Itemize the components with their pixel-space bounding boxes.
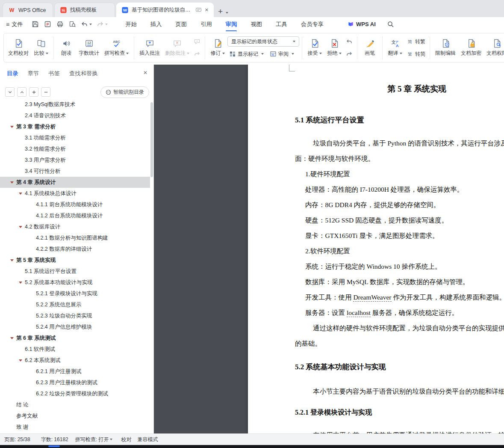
toc-item[interactable]: 第 5 章 系统实现: [0, 255, 150, 266]
toc-item[interactable]: 结 论: [0, 399, 150, 410]
document-page[interactable]: 第 5 章 系统实现 5.1 系统运行平台设置 垃圾自动分类平台，基于 Pyth…: [248, 65, 504, 433]
save-button[interactable]: [29, 19, 41, 30]
next-comment-button[interactable]: [192, 49, 202, 59]
toc-item[interactable]: 4.1.2 后台系统功能模块设计: [0, 210, 150, 221]
menu-insert[interactable]: 插入: [150, 18, 163, 31]
show-marks-button[interactable]: 显示标记: [227, 49, 265, 59]
collapse-arrow-icon[interactable]: [19, 226, 22, 228]
next-revision-button[interactable]: [344, 49, 354, 59]
sidebar-scrollbar[interactable]: [150, 102, 153, 177]
sidebar-tab-toc[interactable]: 目录: [7, 70, 18, 77]
collapse-all-button[interactable]: [17, 87, 27, 97]
menu-reference[interactable]: 引用: [200, 18, 213, 31]
expand-all-button[interactable]: [5, 87, 15, 97]
to-traditional-button[interactable]: 简 转繁: [405, 36, 427, 47]
restrict-editing-button[interactable]: 限制编辑: [433, 35, 458, 61]
translate-button[interactable]: 文A 翻译: [385, 35, 405, 61]
document-content[interactable]: 第 5 章 系统实现 5.1 系统运行平台设置 垃圾自动分类平台，基于 Pyth…: [295, 65, 504, 433]
export-pdf-button[interactable]: P: [42, 19, 53, 30]
compare-button[interactable]: 比较: [31, 35, 51, 61]
collapse-arrow-icon[interactable]: [10, 181, 14, 184]
word-count-indicator[interactable]: 字数: 16182: [41, 436, 68, 443]
previous-revision-button[interactable]: [344, 36, 354, 47]
toc-item[interactable]: 3.4 可行性分析: [0, 166, 150, 177]
toc-item[interactable]: 5.2.1 登录模块设计与实现: [0, 288, 150, 299]
tab-document[interactable]: W 基于知识图谱的垃圾自动分类 ✕: [116, 3, 214, 17]
marks-state-select[interactable]: 显示标记的最终状态: [227, 36, 299, 47]
toc-item[interactable]: 6.1 软件测试: [0, 344, 150, 355]
sidebar-tab-bookmark[interactable]: 书签: [48, 70, 60, 77]
new-tab-button[interactable]: +: [218, 7, 223, 15]
menu-home[interactable]: 开始: [124, 18, 138, 31]
collapse-arrow-icon[interactable]: [10, 259, 14, 261]
insert-comment-button[interactable]: 插入批注: [137, 35, 162, 61]
close-sidebar-icon[interactable]: ✕: [143, 70, 147, 76]
proofread-button[interactable]: 校对: [121, 436, 131, 443]
menu-page[interactable]: 页面: [174, 18, 188, 31]
tab-list-chevron-icon[interactable]: [226, 12, 228, 14]
doc-permission-button[interactable]: 文档权限: [484, 35, 504, 61]
close-tab-icon[interactable]: ✕: [205, 7, 209, 13]
toc-item[interactable]: 6.2 本系统测试: [0, 355, 150, 366]
toc-item[interactable]: 2.3 MySql数据库技术: [0, 101, 150, 110]
toc-item[interactable]: 6.2.3 用户注册模块的测试: [0, 377, 150, 388]
document-area[interactable]: 第 5 章 系统实现 5.1 系统运行平台设置 垃圾自动分类平台，基于 Pyth…: [154, 65, 504, 433]
menu-member[interactable]: 会员专享: [300, 18, 324, 31]
toc-item[interactable]: 第 6 章 系统测试: [0, 332, 150, 344]
word-count-button[interactable]: 12 字数统计: [76, 35, 102, 61]
smart-toc-button[interactable]: 智能识别目录: [100, 86, 149, 98]
delete-comment-button[interactable]: 删除批注: [162, 35, 192, 61]
toc-item[interactable]: 6.2.2 垃圾分类管理模块的测试: [0, 388, 150, 399]
toc-item[interactable]: 4.2.1 数据分析与知识图谱构建: [0, 232, 150, 243]
print-preview-button[interactable]: [67, 19, 78, 30]
file-menu-button[interactable]: ≡ 文件: [6, 21, 23, 28]
toc-item[interactable]: 4.1.1 前台系统功能模块设计: [0, 199, 150, 210]
toc-item[interactable]: 5.2 系统基本功能设计与实现: [0, 277, 150, 288]
spell-check-button[interactable]: ABC 拼写检查: [102, 35, 131, 61]
spell-check-indicator[interactable]: 拼写检查: 打开: [75, 436, 113, 443]
menu-tools[interactable]: 工具: [275, 18, 288, 31]
encrypt-doc-button[interactable]: 文档加密: [458, 35, 484, 61]
redo-button[interactable]: [95, 19, 109, 30]
read-aloud-button[interactable]: 朗读: [56, 35, 76, 61]
toc-item[interactable]: 5.2.3 垃圾自动分类实现: [0, 310, 150, 321]
tab-template-store[interactable]: 稿 找稿壳模板: [54, 3, 115, 17]
doc-proof-button[interactable]: 文档校对: [6, 35, 31, 61]
menu-view[interactable]: 视图: [250, 18, 263, 31]
zoom-in-button[interactable]: [29, 87, 38, 97]
toc-item[interactable]: 3.3 用户需求分析: [0, 154, 150, 166]
review-pane-button[interactable]: 审阅: [268, 49, 296, 59]
previous-comment-button[interactable]: [192, 36, 202, 47]
toc-item[interactable]: 5.2.4 用户信息维护模块: [0, 321, 150, 332]
print-button[interactable]: [54, 19, 65, 30]
zoom-out-button[interactable]: [41, 87, 50, 97]
menu-review[interactable]: 审阅: [225, 18, 238, 31]
sidebar-tab-find-replace[interactable]: 查找和替换: [69, 70, 98, 77]
undo-button[interactable]: [79, 19, 94, 30]
tab-wps-office[interactable]: W WPS Office: [3, 3, 53, 17]
to-simplified-button[interactable]: 繁 转简: [405, 49, 427, 59]
toc-item-selected[interactable]: 第 4 章 系统设计: [0, 177, 150, 188]
toc-item[interactable]: 4.1 系统模块总体设计: [0, 188, 150, 199]
toc-item[interactable]: 5.2.2 系统信息展示: [0, 299, 150, 310]
accept-change-button[interactable]: 接受: [305, 35, 324, 61]
collapse-arrow-icon[interactable]: [10, 337, 14, 339]
toc-item[interactable]: 3.2 性能需求分析: [0, 143, 150, 154]
toc-item[interactable]: 3.1 功能需求分析: [0, 132, 150, 143]
search-button[interactable]: [385, 19, 396, 30]
toc-item[interactable]: 2.4 语音识别技术: [0, 110, 150, 121]
collapse-arrow-icon[interactable]: [19, 282, 22, 284]
toc-item[interactable]: 4.2.2 数据库的详细设计: [0, 243, 150, 255]
collapse-arrow-icon[interactable]: [19, 359, 22, 362]
wps-ai-button[interactable]: WPS AI: [348, 21, 376, 27]
ink-pen-button[interactable]: 画笔: [360, 35, 380, 61]
collapse-arrow-icon[interactable]: [10, 126, 14, 128]
toc-item[interactable]: 第 3 章 需求分析: [0, 121, 150, 132]
sidebar-tab-chapter[interactable]: 章节: [28, 70, 39, 77]
toc-item[interactable]: 致 谢: [0, 421, 150, 433]
page-indicator[interactable]: 页面: 25/38: [4, 436, 30, 443]
toc-item[interactable]: 6.2.1 用户注册测试: [0, 366, 150, 377]
track-changes-button[interactable]: 修订: [208, 35, 227, 61]
reject-change-button[interactable]: 拒绝: [324, 35, 344, 61]
toc-item[interactable]: 4.2 数据库设计: [0, 221, 150, 232]
